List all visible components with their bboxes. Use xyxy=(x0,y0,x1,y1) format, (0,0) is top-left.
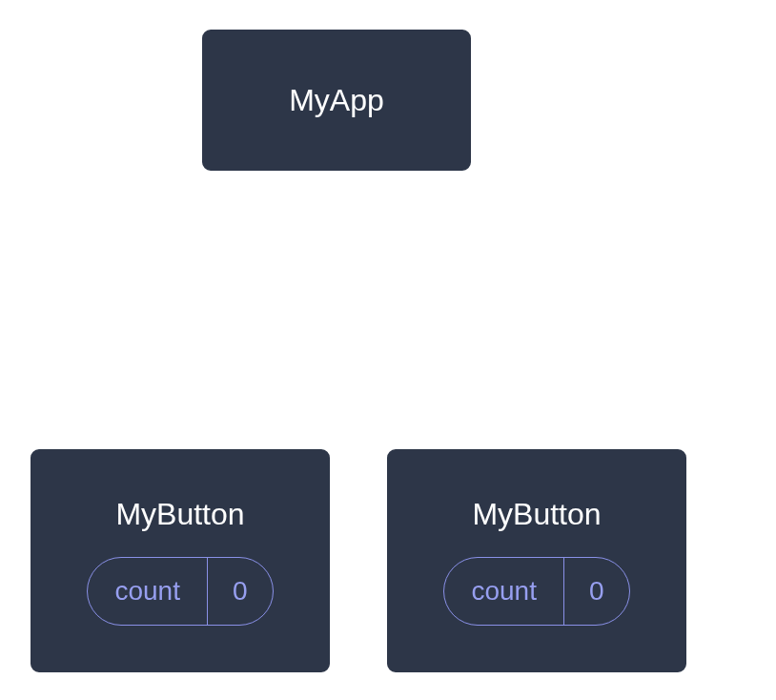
child-component-box-right: MyButton count 0 xyxy=(384,446,689,675)
child-component-box-left: MyButton count 0 xyxy=(28,446,333,675)
child-component-label: MyButton xyxy=(115,497,244,532)
child-component-label: MyButton xyxy=(472,497,601,532)
state-name: count xyxy=(444,558,563,625)
state-pill: count 0 xyxy=(443,557,629,626)
state-pill: count 0 xyxy=(87,557,273,626)
root-component-box: MyApp xyxy=(199,27,474,174)
state-name: count xyxy=(88,558,207,625)
state-value: 0 xyxy=(207,558,273,625)
state-value: 0 xyxy=(563,558,629,625)
root-component-label: MyApp xyxy=(289,83,384,118)
